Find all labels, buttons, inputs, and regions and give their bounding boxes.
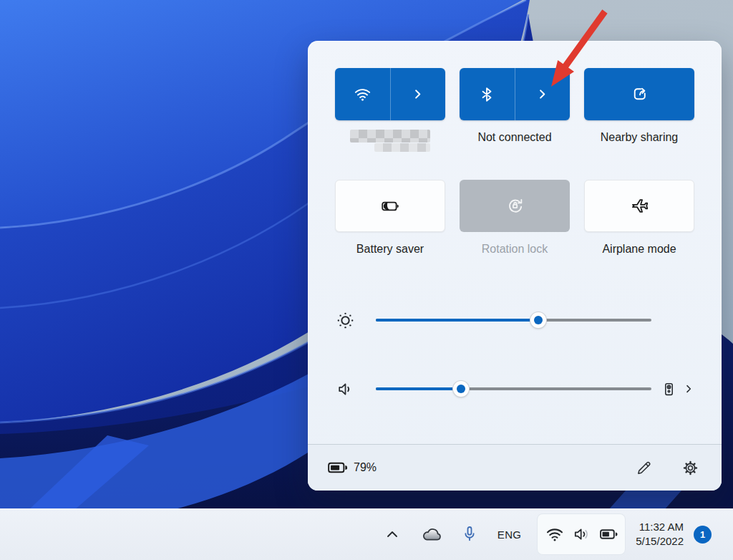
battery-icon xyxy=(600,528,618,541)
microphone-icon xyxy=(460,525,479,544)
wifi-tile xyxy=(335,68,445,120)
volume-slider-row xyxy=(335,375,694,403)
battery-status[interactable]: 79% xyxy=(328,461,377,474)
wifi-expand-button[interactable] xyxy=(390,68,446,120)
bluetooth-tile xyxy=(460,68,570,120)
battery-icon xyxy=(328,462,347,473)
wifi-icon xyxy=(354,85,372,103)
volume-icon xyxy=(573,525,591,544)
audio-output-selector[interactable] xyxy=(661,381,694,397)
rotation-lock-label: Rotation lock xyxy=(482,241,548,257)
bluetooth-icon xyxy=(478,86,495,103)
quick-settings-footer: 79% xyxy=(308,444,722,491)
brightness-slider-thumb[interactable] xyxy=(530,312,546,328)
microphone-tray-button[interactable] xyxy=(457,525,482,544)
language-indicator[interactable]: ENG xyxy=(497,528,521,541)
airplane-mode-button[interactable] xyxy=(584,180,694,232)
chevron-right-icon xyxy=(411,87,424,101)
wifi-toggle-button[interactable] xyxy=(335,68,390,120)
nearby-sharing-label: Nearby sharing xyxy=(601,130,679,145)
battery-saver-label: Battery saver xyxy=(356,241,424,257)
onedrive-cloud-icon xyxy=(419,525,444,544)
battery-percent-label: 79% xyxy=(354,461,377,474)
clock[interactable]: 11:32 AM 5/15/2022 xyxy=(636,520,684,549)
wifi-network-name-censored xyxy=(350,130,430,152)
rotation-lock-button[interactable] xyxy=(460,180,570,232)
brightness-slider-row xyxy=(335,306,694,334)
onedrive-tray-button[interactable] xyxy=(417,525,446,544)
share-icon xyxy=(631,85,649,103)
clock-date: 5/15/2022 xyxy=(636,534,684,549)
chevron-right-icon xyxy=(535,87,549,101)
battery-saver-button[interactable] xyxy=(335,180,445,232)
chevron-right-icon xyxy=(683,383,694,395)
brightness-slider[interactable] xyxy=(376,319,651,322)
edit-quick-settings-button[interactable] xyxy=(636,460,652,476)
taskbar: ENG 11:32 AM xyxy=(0,508,733,560)
bluetooth-expand-button[interactable] xyxy=(515,68,571,120)
volume-slider-thumb[interactable] xyxy=(453,381,469,397)
airplane-icon xyxy=(630,196,649,216)
wifi-icon xyxy=(545,525,564,544)
notification-badge[interactable]: 1 xyxy=(694,526,712,544)
battery-saver-icon xyxy=(380,198,400,215)
bluetooth-tile-label: Not connected xyxy=(477,130,551,145)
desktop: Not connected Nearby sharing xyxy=(0,0,733,560)
nearby-sharing-button[interactable] xyxy=(584,68,694,120)
show-hidden-icons-button[interactable] xyxy=(380,526,404,543)
volume-slider[interactable] xyxy=(376,387,651,390)
settings-gear-button[interactable] xyxy=(682,460,699,476)
quick-settings-panel: Not connected Nearby sharing xyxy=(308,41,722,491)
brightness-icon xyxy=(335,311,355,330)
rotation-lock-icon xyxy=(505,196,525,216)
chevron-up-icon xyxy=(384,526,401,543)
quick-settings-tray-button[interactable] xyxy=(537,513,626,555)
speaker-output-icon xyxy=(661,381,677,397)
airplane-mode-label: Airplane mode xyxy=(602,241,676,257)
bluetooth-toggle-button[interactable] xyxy=(460,68,515,120)
clock-time: 11:32 AM xyxy=(636,520,684,534)
volume-icon xyxy=(335,380,355,398)
